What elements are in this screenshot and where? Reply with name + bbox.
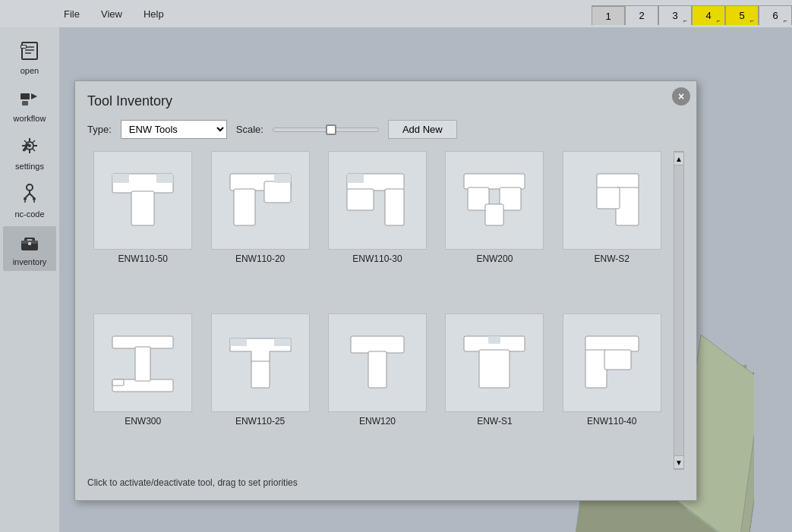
- scrollbar-down-arrow[interactable]: ▼: [674, 455, 684, 469]
- tool-shape-enw110-20: [211, 151, 310, 250]
- scale-thumb[interactable]: [326, 124, 336, 135]
- tab-5-flag: ⌐: [750, 17, 756, 24]
- tab-5[interactable]: 5 ⌐: [725, 5, 759, 25]
- tool-shape-enw110-40: [563, 313, 661, 412]
- tool-name-enw-s2: ENW-S2: [595, 253, 629, 264]
- svg-rect-6: [21, 93, 30, 99]
- svg-rect-31: [28, 242, 31, 245]
- tool-name-enw110-40: ENW110-40: [587, 416, 636, 427]
- tool-cell-enw110-20[interactable]: ENW110-20: [204, 151, 315, 307]
- tab-3[interactable]: 3 ⌐: [658, 5, 692, 25]
- svg-rect-41: [131, 191, 154, 225]
- workflow-icon: [19, 87, 40, 112]
- tool-shape-enw-s1: [445, 313, 544, 412]
- scale-label: Scale:: [236, 124, 263, 135]
- sidebar-open-label: open: [21, 66, 39, 75]
- dialog-scroll-area: ENW110-50 ENW110-20: [87, 151, 684, 470]
- svg-rect-52: [464, 174, 525, 189]
- tool-name-enw110-25: ENW110-25: [235, 416, 285, 427]
- tool-cell-enw110-40[interactable]: ENW110-40: [557, 313, 667, 470]
- svg-rect-62: [112, 379, 124, 386]
- type-label: Type:: [87, 124, 112, 135]
- sidebar-item-inventory[interactable]: inventory: [3, 226, 56, 271]
- tool-name-enw200: ENW200: [476, 253, 513, 264]
- svg-rect-51: [347, 174, 364, 183]
- tool-name-enw110-50: ENW110-50: [118, 253, 168, 264]
- svg-line-15: [24, 140, 27, 143]
- tool-shape-enw300: [93, 313, 192, 412]
- tool-cell-enw200[interactable]: ENW200: [439, 151, 550, 307]
- svg-rect-73: [585, 350, 607, 388]
- menu-view[interactable]: View: [98, 7, 125, 21]
- svg-rect-58: [597, 187, 620, 209]
- main-area: × Tool Inventory Type: ENW Tools Standar…: [59, 27, 792, 532]
- sidebar-item-nc-code[interactable]: nc-code: [3, 178, 56, 223]
- svg-marker-7: [31, 93, 37, 99]
- svg-line-23: [30, 194, 34, 198]
- tab-1[interactable]: 1: [592, 5, 625, 25]
- sidebar: open workflow: [0, 27, 59, 532]
- scrollbar-up-arrow[interactable]: ▲: [674, 152, 684, 165]
- tab-3-flag: ⌐: [683, 17, 689, 24]
- svg-line-16: [33, 149, 35, 151]
- scrollbar-track: [674, 165, 683, 455]
- tab-6[interactable]: 6 ⌐: [759, 5, 792, 25]
- scale-slider[interactable]: [273, 127, 379, 132]
- tool-cell-enw110-30[interactable]: ENW110-30: [322, 151, 433, 307]
- tool-cell-enw-s2[interactable]: ENW-S2: [557, 151, 667, 307]
- sidebar-nc-code-label: nc-code: [14, 209, 44, 219]
- svg-point-25: [33, 197, 36, 200]
- tool-cell-enw-s1[interactable]: ENW-S1: [439, 313, 550, 470]
- svg-rect-67: [351, 336, 404, 353]
- dialog-title: Tool Inventory: [87, 93, 684, 109]
- tool-shape-enw-s2: [563, 151, 661, 250]
- tool-cell-enw110-50[interactable]: ENW110-50: [87, 151, 198, 307]
- svg-rect-70: [479, 350, 510, 388]
- svg-rect-49: [385, 189, 404, 225]
- svg-rect-42: [112, 174, 129, 183]
- tool-shape-enw110-30: [328, 151, 427, 250]
- svg-rect-68: [368, 351, 387, 388]
- tool-shape-enw110-50: [93, 151, 192, 250]
- menu-file[interactable]: File: [61, 7, 83, 21]
- svg-point-24: [24, 197, 27, 200]
- tool-name-enw120: ENW120: [359, 416, 396, 427]
- tab-2[interactable]: 2: [625, 5, 658, 25]
- svg-rect-47: [274, 174, 291, 183]
- svg-rect-8: [22, 101, 28, 105]
- sidebar-item-settings[interactable]: settings: [3, 131, 56, 175]
- sidebar-item-open[interactable]: open: [3, 35, 56, 80]
- tool-name-enw-s1: ENW-S1: [477, 416, 512, 427]
- tool-cell-enw300[interactable]: ENW300: [87, 313, 198, 470]
- tool-cell-enw120[interactable]: ENW120: [322, 313, 433, 470]
- nc-code-icon: [19, 183, 40, 207]
- tools-grid: ENW110-50 ENW110-20: [87, 151, 667, 470]
- svg-rect-71: [488, 336, 500, 344]
- open-icon: [19, 39, 40, 64]
- svg-rect-72: [585, 336, 639, 351]
- sidebar-workflow-label: workflow: [14, 114, 46, 123]
- svg-rect-55: [485, 204, 503, 225]
- dialog-close-button[interactable]: ×: [672, 87, 690, 105]
- tab-4-flag: ⌐: [717, 17, 723, 24]
- tool-cell-enw110-25[interactable]: ENW110-25: [204, 313, 315, 470]
- svg-rect-64: [251, 361, 270, 388]
- svg-rect-45: [234, 189, 255, 225]
- tool-shape-enw110-25: [211, 313, 310, 412]
- menu-bar: File View Help 1 2 3 ⌐ 4 ⌐ 5 ⌐ 6 ⌐: [0, 0, 792, 27]
- tool-name-enw110-20: ENW110-20: [235, 253, 285, 264]
- tab-6-flag: ⌐: [784, 17, 790, 24]
- svg-rect-46: [264, 181, 291, 203]
- svg-rect-43: [156, 174, 173, 183]
- svg-rect-66: [274, 338, 291, 346]
- sidebar-settings-label: settings: [15, 162, 44, 171]
- settings-icon: [19, 135, 40, 159]
- tab-4[interactable]: 4 ⌐: [692, 5, 725, 25]
- svg-rect-74: [604, 350, 631, 370]
- menu-help[interactable]: Help: [140, 7, 167, 21]
- type-select[interactable]: ENW Tools Standard Tools Custom Tools: [121, 120, 227, 139]
- add-new-button[interactable]: Add New: [388, 120, 457, 139]
- svg-rect-5: [21, 46, 26, 48]
- dialog-hint: Click to activate/deactivate tool, drag …: [87, 477, 684, 488]
- sidebar-item-workflow[interactable]: workflow: [3, 83, 56, 127]
